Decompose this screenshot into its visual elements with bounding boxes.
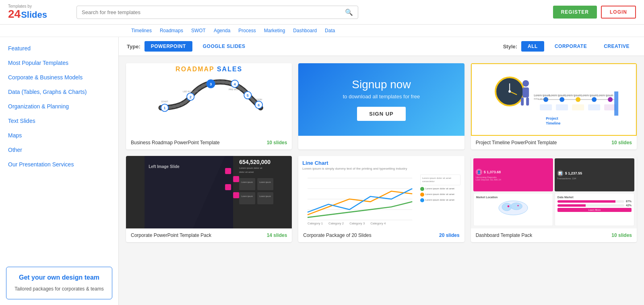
svg-point-75 <box>510 203 522 210</box>
svg-rect-22 <box>522 87 529 98</box>
sidebar: FeaturedMost Popular TemplatesCorporate … <box>0 37 119 305</box>
style-label: Style: <box>503 44 517 50</box>
svg-text:654,520,000: 654,520,000 <box>239 159 270 165</box>
svg-rect-59 <box>257 192 273 204</box>
logo[interactable]: Templates by 24 Slides <box>8 4 68 20</box>
tag-process[interactable]: Process <box>236 27 258 34</box>
sidebar-link-7[interactable]: Other <box>0 143 118 157</box>
svg-point-76 <box>507 205 509 207</box>
svg-rect-33 <box>572 104 584 110</box>
svg-text:Lorem ipsum: Lorem ipsum <box>534 94 550 97</box>
promo-subtitle: Tailored packages for corporates & teams <box>13 285 105 293</box>
svg-text:6: 6 <box>258 103 260 107</box>
svg-text:dolor sit amet: dolor sit amet <box>239 171 254 173</box>
card-info-corporate-package: Corporate Package of 20 Slides20 slides <box>298 228 464 242</box>
style-creative-btn[interactable]: CREATIVE <box>597 41 636 52</box>
powerpoint-filter-btn[interactable]: POWERPOINT <box>144 41 192 52</box>
type-filter-group: Type: POWERPOINT GOOGLE SLIDES <box>127 41 252 52</box>
svg-text:START: START <box>161 100 168 103</box>
card-info-timeline: Project Timeline PowerPoint Template10 s… <box>471 136 637 149</box>
logo-24: 24 <box>8 8 21 20</box>
card-roadmap[interactable]: ROADMAP SALES 1 2 3 4 5 6 START LED KICK… <box>126 63 292 149</box>
sidebar-link-0[interactable]: Featured <box>0 41 118 56</box>
tag-swot[interactable]: SWOT <box>189 27 208 34</box>
register-button[interactable]: REGISTER <box>553 6 597 19</box>
svg-point-20 <box>508 90 511 93</box>
sidebar-link-4[interactable]: Organization & Planning <box>0 99 118 114</box>
cards-grid: ROADMAP SALES 1 2 3 4 5 6 START LED KICK… <box>119 56 644 249</box>
tag-marketing[interactable]: Marketing <box>262 27 288 34</box>
svg-text:Lorem ipsum: Lorem ipsum <box>241 195 253 197</box>
search-input[interactable] <box>82 9 345 15</box>
sidebar-link-6[interactable]: Maps <box>0 128 118 143</box>
type-label: Type: <box>127 44 140 50</box>
svg-rect-57 <box>257 178 273 190</box>
card-info-roadmap: Business Roadmap PowerPoint Template10 s… <box>126 136 292 149</box>
svg-text:Lorem ipsum: Lorem ipsum <box>259 181 271 183</box>
style-corporate-btn[interactable]: CORPORATE <box>548 41 593 52</box>
svg-rect-49 <box>225 168 231 174</box>
svg-rect-23 <box>521 98 524 106</box>
card-slides-roadmap: 10 slides <box>267 140 287 145</box>
main-content: Type: POWERPOINT GOOGLE SLIDES Style: AL… <box>119 37 644 305</box>
tag-data[interactable]: Data <box>322 27 337 34</box>
svg-point-77 <box>517 205 518 206</box>
promo-title: Get your own design team <box>13 274 105 282</box>
filter-bar: Type: POWERPOINT GOOGLE SLIDES Style: AL… <box>119 37 644 56</box>
card-slides-corporate-pack: 14 slides <box>267 232 287 238</box>
card-title-corporate-pack: Corporate PowerPoint Template Pack <box>131 232 211 238</box>
signup-button[interactable]: SIGN UP <box>357 107 405 121</box>
tag-agenda[interactable]: Agenda <box>211 27 233 34</box>
svg-text:Category 4: Category 4 <box>371 222 386 225</box>
svg-rect-58 <box>239 192 255 204</box>
google-slides-filter-btn[interactable]: GOOGLE SLIDES <box>196 41 252 52</box>
svg-text:SOON: SOON <box>256 98 262 101</box>
search-bar: 🔍 <box>76 6 358 19</box>
svg-point-21 <box>522 80 529 87</box>
svg-text:1: 1 <box>164 106 166 110</box>
card-dashboard[interactable]: 👤 $ 1,373.68 Upcoming Deposits Last Depo… <box>471 156 637 242</box>
sidebar-link-3[interactable]: Data (Tables, Graphs & Charts) <box>0 85 118 99</box>
svg-text:2: 2 <box>190 95 192 99</box>
svg-text:Project: Project <box>546 116 558 120</box>
svg-text:PRE-WORK: PRE-WORK <box>229 88 241 91</box>
svg-rect-52 <box>233 192 239 198</box>
svg-text:5: 5 <box>247 93 249 98</box>
svg-point-74 <box>502 203 512 211</box>
card-info-dashboard: Dashboard Template Pack10 slides <box>471 228 637 242</box>
card-corporate-package[interactable]: Line Chart Lorem ipsum is simply dummy t… <box>298 156 464 242</box>
svg-text:3: 3 <box>210 82 212 86</box>
tag-timelines[interactable]: Timelines <box>129 27 154 34</box>
sidebar-link-8[interactable]: Our Presentation Services <box>0 157 118 172</box>
svg-text:Left Image Slide: Left Image Slide <box>149 164 180 169</box>
svg-text:Category 3: Category 3 <box>349 222 365 225</box>
tag-roadmaps[interactable]: Roadmaps <box>157 27 186 34</box>
sidebar-nav: FeaturedMost Popular TemplatesCorporate … <box>0 41 118 263</box>
sidebar-link-2[interactable]: Corporate & Business Models <box>0 70 118 85</box>
svg-point-29 <box>592 97 597 102</box>
card-timeline[interactable]: Lorem ipsum dolor sit amet Lorem ipsum L… <box>471 63 637 149</box>
sidebar-link-5[interactable]: Text Slides <box>0 114 118 128</box>
tag-dashboard[interactable]: Dashboard <box>291 27 319 34</box>
sidebar-promo: Get your own design team Tailored packag… <box>6 267 112 299</box>
svg-text:Lorem ipsum: Lorem ipsum <box>549 94 566 97</box>
svg-text:Lorem ipsum: Lorem ipsum <box>565 94 581 97</box>
style-all-btn[interactable]: ALL <box>521 41 544 52</box>
svg-rect-24 <box>526 98 529 106</box>
card-title-roadmap: Business Roadmap PowerPoint Template <box>131 140 220 145</box>
tag-row: TimelinesRoadmapsSWOTAgendaProcessMarket… <box>0 25 644 37</box>
sidebar-link-1[interactable]: Most Popular Templates <box>0 56 118 70</box>
card-signup[interactable]: Signup now to download all templates for… <box>298 63 464 149</box>
svg-rect-31 <box>540 104 552 110</box>
svg-text:Lorem ipsum: Lorem ipsum <box>241 181 253 183</box>
svg-rect-44 <box>614 91 618 116</box>
svg-rect-50 <box>233 176 239 182</box>
card-corporate-pack[interactable]: Left Image Slide 654,520,000 Lorem ipsum… <box>126 156 292 242</box>
login-button[interactable]: LOGIN <box>601 6 636 19</box>
search-icon[interactable]: 🔍 <box>345 8 353 16</box>
svg-point-28 <box>576 97 580 102</box>
svg-text:Lorem ipsum: Lorem ipsum <box>581 94 597 97</box>
card-slides-corporate-package: 20 slides <box>439 232 460 238</box>
svg-text:Category 1: Category 1 <box>308 222 323 225</box>
logo-slides: Slides <box>21 10 47 20</box>
